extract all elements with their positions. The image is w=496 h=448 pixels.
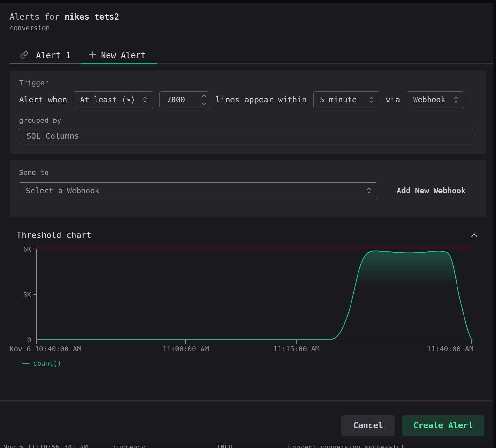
page-top-edge xyxy=(0,0,496,3)
trigger-section-label: Trigger xyxy=(19,79,477,87)
x-tick-label-4: 11:40:00 AM xyxy=(427,345,473,353)
trigger-panel: Trigger Alert when At least (≥) xyxy=(10,71,486,154)
spinner-down-button[interactable] xyxy=(199,100,209,108)
tab-alert-1-label: Alert 1 xyxy=(36,51,71,60)
tab-new-alert-underline-active xyxy=(81,63,157,64)
tab-new-alert-label: New Alert xyxy=(101,51,146,60)
threshold-number-input-group xyxy=(159,91,209,108)
tab-alert-1[interactable]: Alert 1 xyxy=(10,48,81,63)
webhook-select-placeholder: Select a Webhook xyxy=(26,186,99,195)
number-spinners xyxy=(199,92,209,108)
log-message: Convert conversion successful xyxy=(288,444,405,448)
cancel-button[interactable]: Cancel xyxy=(341,415,395,436)
page-title-name: mikes tets2 xyxy=(64,12,119,22)
chevron-up-down-icon xyxy=(453,96,458,103)
plus-icon xyxy=(89,51,96,60)
y-tick-label-0: 0 xyxy=(27,336,31,344)
condition-select[interactable]: At least (≥) xyxy=(74,91,153,108)
x-tick-label-3: 11:15:00 AM xyxy=(273,345,320,353)
chevron-up-icon xyxy=(471,234,478,239)
send-to-panel: Send to Select a Webhook Add New Webhook xyxy=(10,160,486,217)
series-area-fill xyxy=(329,251,472,340)
threshold-chart-svg: 6K 3K 0 Nov 6 10:40:00 AM 11:00:00 AM 11… xyxy=(10,242,486,354)
window-select[interactable]: 5 minute xyxy=(313,91,379,108)
x-tick-label-1: Nov 6 10:40:00 AM xyxy=(10,345,81,353)
grouped-by-label: grouped by xyxy=(19,116,477,124)
chevron-up-down-icon xyxy=(366,187,372,194)
link-icon xyxy=(20,51,28,60)
y-tick-label-6k: 6K xyxy=(23,246,32,253)
send-to-row: Select a Webhook Add New Webhook xyxy=(19,182,477,199)
threshold-chart-header: Threshold chart xyxy=(10,230,486,240)
tab-new-alert[interactable]: New Alert xyxy=(81,48,157,63)
background-log-row: Nov 6 11:10:56.341 AM currency INFO Conv… xyxy=(0,444,496,448)
collapse-chart-button[interactable] xyxy=(471,232,478,238)
group-by-input[interactable] xyxy=(19,128,474,144)
window-select-value: 5 minute xyxy=(320,95,357,104)
page-title: Alerts for mikes tets2 xyxy=(10,12,486,22)
log-timestamp: Nov 6 11:10:56.341 AM xyxy=(3,444,88,448)
modal-header: Alerts for mikes tets2 conversion xyxy=(10,3,486,32)
alert-tabs: Alert 1 New Alert xyxy=(10,48,486,63)
y-tick-label-3k: 3K xyxy=(23,291,32,299)
x-tick-label-2: 11:00:00 AM xyxy=(162,345,209,353)
log-level: INFO xyxy=(216,444,233,448)
threshold-chart: 6K 3K 0 Nov 6 10:40:00 AM 11:00:00 AM 11… xyxy=(10,242,486,367)
legend-line-swatch xyxy=(22,363,29,364)
via-text: via xyxy=(386,95,400,104)
threshold-chart-title: Threshold chart xyxy=(17,230,91,240)
lines-appear-text: lines appear within xyxy=(216,95,307,104)
webhook-select[interactable]: Select a Webhook xyxy=(19,182,377,199)
spinner-up-button[interactable] xyxy=(199,92,209,100)
tab-underline-track xyxy=(10,63,493,64)
log-service: currency xyxy=(113,444,145,448)
tab-alert-1-underline xyxy=(10,63,81,64)
page-title-prefix: Alerts for xyxy=(10,12,64,22)
page-subtitle: conversion xyxy=(10,24,486,32)
tab-underline-rest xyxy=(157,63,493,64)
alert-when-text: Alert when xyxy=(19,95,67,104)
create-alert-button[interactable]: Create Alert xyxy=(402,415,484,436)
chart-legend: count() xyxy=(22,360,486,367)
channel-select[interactable]: Webhook xyxy=(407,91,464,108)
page-right-edge xyxy=(493,0,496,448)
send-to-label: Send to xyxy=(19,169,477,177)
legend-label: count() xyxy=(33,360,61,367)
threshold-number-input[interactable] xyxy=(160,92,199,108)
channel-select-value: Webhook xyxy=(413,95,445,104)
chevron-up-down-icon xyxy=(369,96,374,103)
chevron-up-down-icon xyxy=(143,96,148,103)
condition-select-value: At least (≥) xyxy=(80,95,135,104)
add-new-webhook-button[interactable]: Add New Webhook xyxy=(397,186,466,195)
threshold-band xyxy=(35,246,472,249)
trigger-row: Alert when At least (≥) xyxy=(19,91,477,108)
alert-modal: Alerts for mikes tets2 conversion Alert … xyxy=(0,3,493,443)
modal-footer: Cancel Create Alert xyxy=(0,400,493,436)
